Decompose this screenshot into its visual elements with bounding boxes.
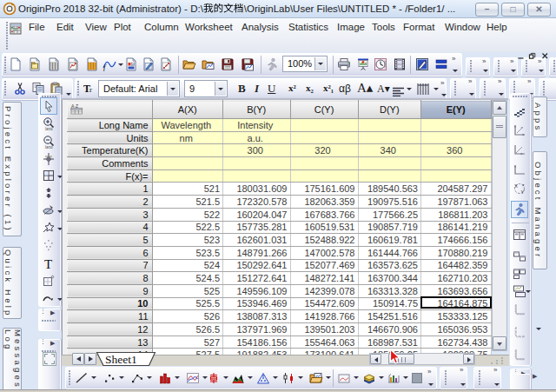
svg-text:land: land bbox=[45, 127, 53, 131]
svg-text:Y: Y bbox=[521, 189, 525, 195]
svg-text:r: r bbox=[89, 85, 92, 94]
svg-text:X: X bbox=[514, 183, 518, 189]
svg-text:land: land bbox=[45, 145, 53, 149]
svg-text:A·Z: A·Z bbox=[71, 103, 78, 109]
svg-text:f: f bbox=[103, 63, 107, 71]
svg-text:T: T bbox=[44, 257, 52, 270]
